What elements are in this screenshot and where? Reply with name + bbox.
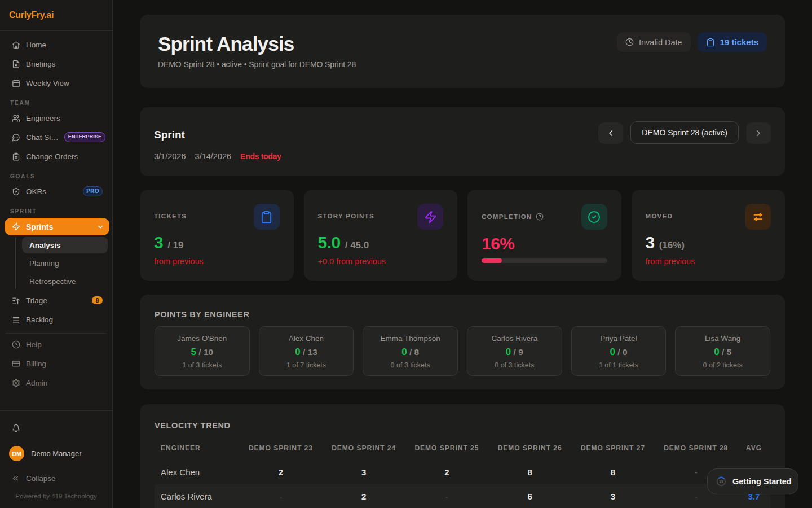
svg-text:1/9: 1/9 [720, 480, 723, 483]
